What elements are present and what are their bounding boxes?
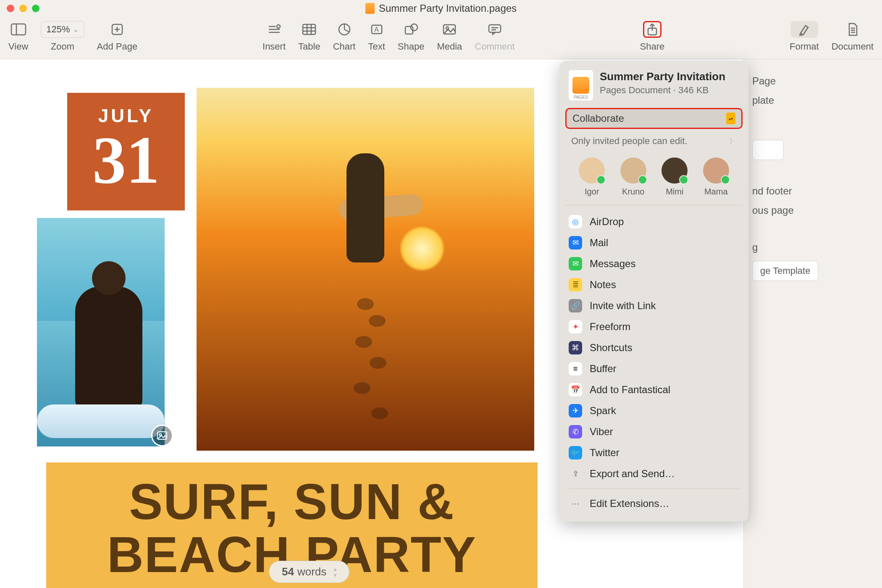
chart-icon xyxy=(338,21,351,38)
app-icon: ⇪ xyxy=(569,467,582,480)
fullscreen-window[interactable] xyxy=(32,5,39,12)
popover-subtitle: Pages Document · 346 KB xyxy=(600,85,725,96)
app-label: Spark xyxy=(590,405,616,417)
insert-icon xyxy=(267,21,281,38)
share-add-to-fantastical[interactable]: 📅Add to Fantastical xyxy=(565,379,743,400)
person-name: Igor xyxy=(585,187,599,197)
share-mail[interactable]: ✉Mail xyxy=(565,232,743,253)
table-button[interactable]: Table xyxy=(298,21,320,52)
share-buffer[interactable]: ≡Buffer xyxy=(565,358,743,379)
svg-point-8 xyxy=(277,25,280,28)
toolbar: View 125% ⌄ Zoom Add Page Insert Tab xyxy=(0,17,882,59)
app-label: Buffer xyxy=(590,363,617,375)
svg-line-16 xyxy=(344,29,349,32)
app-label: AirDrop xyxy=(590,216,624,228)
share-shortcuts[interactable]: ⌘Shortcuts xyxy=(565,337,743,358)
close-window[interactable] xyxy=(7,5,14,12)
document-thumbnail: PAGES xyxy=(569,70,593,100)
inspector-tab-page[interactable]: Page xyxy=(752,75,874,87)
add-page-icon xyxy=(110,21,124,38)
stepper-icon: ▵▿ xyxy=(334,566,336,578)
word-count[interactable]: 54 words ▵▿ xyxy=(269,561,349,583)
table-icon xyxy=(302,21,316,38)
share-app-list: ◎AirDrop✉Mail✉Messages≣Notes🔗Invite with… xyxy=(559,205,748,484)
chevron-right-icon: 〉 xyxy=(729,136,737,146)
word-count-number: 54 xyxy=(282,565,294,578)
share-notes[interactable]: ≣Notes xyxy=(565,274,743,295)
app-icon: 📅 xyxy=(569,383,582,396)
comment-icon xyxy=(488,21,502,38)
app-label: Twitter xyxy=(590,447,620,459)
text-button[interactable]: A Text xyxy=(368,21,385,52)
status-badge xyxy=(638,175,647,184)
surfboard2-shape xyxy=(37,404,165,438)
person-silhouette xyxy=(346,153,384,262)
share-icon xyxy=(643,21,662,38)
share-spark[interactable]: ✈Spark xyxy=(565,400,743,421)
share-viber[interactable]: ✆Viber xyxy=(565,421,743,442)
avatar xyxy=(703,158,729,184)
ellipsis-icon: ⋯ xyxy=(569,497,582,510)
svg-rect-9 xyxy=(303,24,315,34)
media-button[interactable]: Media xyxy=(437,21,462,52)
svg-rect-0 xyxy=(11,24,26,35)
insert-button[interactable]: Insert xyxy=(262,21,286,52)
inspector-footer-hint: nd footer xyxy=(752,185,874,197)
avatar xyxy=(662,158,688,184)
zoom-select[interactable]: 125% ⌄ xyxy=(41,21,84,38)
view-button[interactable]: View xyxy=(8,21,28,52)
change-template-button[interactable]: ge Template xyxy=(752,261,818,281)
sidebar-icon xyxy=(10,21,26,38)
status-badge xyxy=(721,175,730,184)
date-block[interactable]: JULY 31 xyxy=(67,93,185,210)
avatar xyxy=(620,158,646,184)
shape-button[interactable]: Shape xyxy=(398,21,425,52)
text-icon: A xyxy=(370,21,383,38)
share-twitter[interactable]: 🐦Twitter xyxy=(565,442,743,463)
media-icon xyxy=(442,21,457,38)
add-page-button[interactable]: Add Page xyxy=(97,21,138,52)
svg-rect-23 xyxy=(489,25,501,32)
share-invite-with-link[interactable]: 🔗Invite with Link xyxy=(565,295,743,316)
shape-icon xyxy=(404,21,418,38)
app-icon: ≣ xyxy=(569,278,582,291)
document-icon xyxy=(847,21,858,38)
comment-button[interactable]: Comment xyxy=(475,21,514,52)
app-icon: ✉ xyxy=(569,236,582,249)
app-icon: 🐦 xyxy=(569,446,582,459)
app-label: Add to Fantastical xyxy=(590,384,670,396)
inspector-g-hint: g xyxy=(752,242,874,253)
share-freeform[interactable]: ✦Freeform xyxy=(565,316,743,337)
minimize-window[interactable] xyxy=(19,5,27,12)
share-airdrop[interactable]: ◎AirDrop xyxy=(565,211,743,232)
edit-extensions[interactable]: ⋯ Edit Extensions… xyxy=(565,493,743,514)
zoom-button[interactable]: 125% ⌄ Zoom xyxy=(41,21,84,52)
person-kruno[interactable]: Kruno xyxy=(620,158,646,197)
main-area: JULY 31 SURF, SUN & BEACH PARTY xyxy=(0,59,882,588)
app-icon: ⌘ xyxy=(569,341,582,354)
permissions-row[interactable]: Only invited people can edit. 〉 xyxy=(565,132,743,150)
surfer-photo[interactable] xyxy=(34,215,168,450)
app-icon: ◎ xyxy=(569,215,582,228)
share-export-and-send-[interactable]: ⇪Export and Send… xyxy=(565,463,743,484)
image-replace-button[interactable] xyxy=(151,425,173,446)
app-label: Freeform xyxy=(590,321,630,333)
person-mimi[interactable]: Mimi xyxy=(662,158,688,197)
person-name: Mimi xyxy=(666,187,683,197)
collaborate-dropdown[interactable]: Collaborate ▴▾ xyxy=(565,108,743,129)
app-icon: ✦ xyxy=(569,320,582,333)
format-button[interactable]: Format xyxy=(790,21,819,52)
sun-shape xyxy=(399,226,445,272)
person-mama[interactable]: Mama xyxy=(703,158,729,197)
share-messages[interactable]: ✉Messages xyxy=(565,253,743,274)
beach-photo[interactable] xyxy=(193,84,538,454)
app-icon: ≡ xyxy=(569,362,582,375)
share-button[interactable]: Share xyxy=(640,21,665,52)
word-count-label: words xyxy=(297,565,326,578)
app-label: Notes xyxy=(590,279,616,291)
chart-button[interactable]: Chart xyxy=(333,21,356,52)
inspector-blank-button[interactable] xyxy=(752,140,784,160)
document-button[interactable]: Document xyxy=(832,21,874,52)
person-igor[interactable]: Igor xyxy=(579,158,605,197)
app-label: Invite with Link xyxy=(590,300,656,312)
